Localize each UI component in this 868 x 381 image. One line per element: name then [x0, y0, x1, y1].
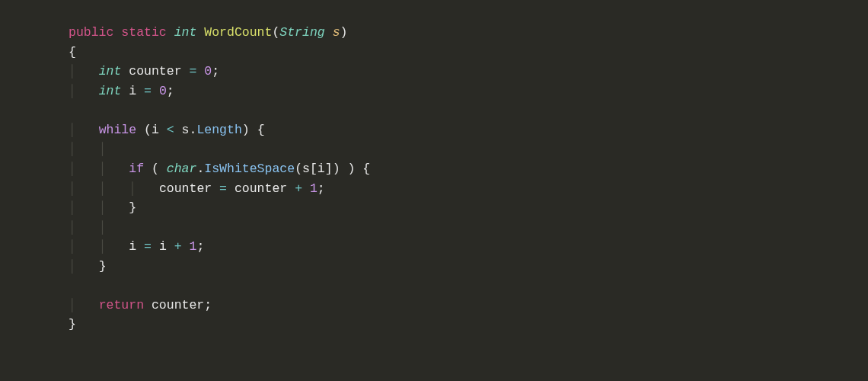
indent-guide: │: [69, 64, 76, 78]
op-plus: +: [295, 181, 302, 196]
var-counter: counter: [159, 181, 212, 196]
type-int: int: [99, 64, 122, 78]
var-i: i: [318, 162, 325, 176]
type-char: char: [167, 162, 197, 176]
semicolon: ;: [196, 239, 204, 254]
type-string: String: [279, 25, 324, 40]
op-plus: +: [174, 239, 182, 254]
semicolon: ;: [204, 298, 212, 312]
keyword-public: public: [69, 25, 113, 40]
paren-open: (: [144, 123, 152, 137]
paren-open: (: [272, 25, 279, 40]
indent-guide: │: [99, 239, 107, 254]
paren-open: (: [152, 162, 159, 176]
type-int: int: [174, 25, 197, 40]
brace-close: }: [99, 259, 107, 274]
brace-open: {: [69, 45, 76, 59]
indent-guide: │: [69, 123, 76, 137]
paren-close: ): [340, 25, 348, 40]
prop-length: Length: [196, 123, 241, 137]
var-i: i: [152, 123, 159, 137]
dot: .: [196, 162, 204, 176]
type-int: int: [99, 84, 122, 98]
paren-close: ): [333, 162, 340, 176]
indent-guide: │: [69, 220, 76, 235]
keyword-while: while: [99, 123, 137, 137]
var-s: s: [302, 162, 310, 176]
var-i: i: [159, 239, 167, 254]
paren-close: ): [347, 162, 355, 176]
literal-zero: 0: [159, 84, 167, 98]
var-s: s: [182, 123, 190, 137]
literal-one: 1: [190, 239, 197, 254]
indent-guide: │: [99, 181, 107, 196]
op-lt: <: [167, 123, 174, 137]
brace-close: }: [69, 317, 76, 331]
indent-guide: │: [69, 181, 76, 196]
function-name: WordCount: [204, 25, 272, 40]
method-iswhitespace: IsWhiteSpace: [204, 162, 295, 176]
indent-guide: │: [69, 84, 76, 98]
indent-guide: │: [129, 181, 136, 196]
indent-guide: │: [69, 239, 76, 254]
op-assign: =: [219, 181, 227, 196]
dot: .: [189, 123, 196, 137]
indent-guide: │: [69, 142, 76, 156]
indent-guide: │: [99, 162, 107, 176]
op-assign: =: [144, 84, 152, 98]
keyword-static: static: [121, 25, 166, 40]
bracket-open: [: [310, 162, 318, 176]
indent-guide: │: [69, 298, 76, 312]
indent-guide: │: [69, 162, 76, 176]
brace-open: {: [362, 162, 370, 176]
literal-zero: 0: [204, 64, 212, 78]
var-i: i: [129, 84, 136, 98]
var-i: i: [129, 239, 136, 254]
semicolon: ;: [212, 64, 219, 78]
brace-open: {: [257, 123, 265, 137]
bracket-close: ]: [325, 162, 333, 176]
op-assign: =: [189, 64, 196, 78]
literal-one: 1: [310, 181, 318, 196]
param-s: s: [333, 25, 340, 40]
paren-close: ): [242, 123, 250, 137]
indent-guide: │: [69, 200, 76, 215]
indent-guide: │: [99, 220, 107, 235]
semicolon: ;: [167, 84, 174, 98]
var-counter: counter: [235, 181, 287, 196]
code-editor: public static int WordCount(String s) { …: [69, 23, 868, 335]
keyword-return: return: [99, 298, 144, 312]
keyword-if: if: [129, 162, 144, 176]
paren-open: (: [295, 162, 302, 176]
indent-guide: │: [69, 259, 76, 274]
indent-guide: │: [99, 142, 107, 156]
var-counter: counter: [152, 298, 204, 312]
indent-guide: │: [99, 200, 107, 215]
op-assign: =: [144, 239, 152, 254]
brace-close: }: [129, 200, 136, 215]
var-counter: counter: [129, 64, 181, 78]
semicolon: ;: [318, 181, 325, 196]
